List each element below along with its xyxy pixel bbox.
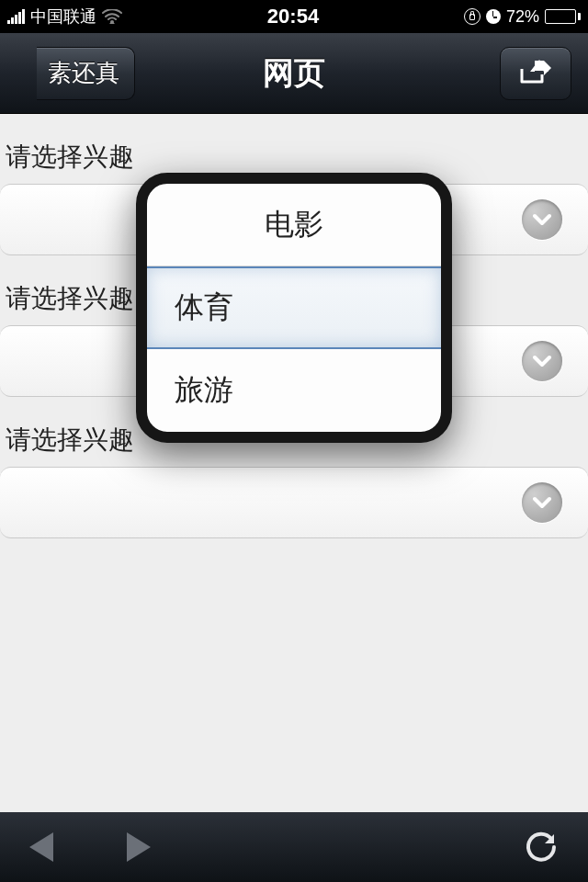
nav-bar: 素还真 网页	[0, 33, 588, 114]
chevron-down-icon	[522, 199, 562, 240]
picker-popup[interactable]: 电影 体育 旅游	[136, 173, 452, 443]
interest-select-3[interactable]	[0, 467, 588, 538]
carrier-label: 中国联通	[30, 6, 96, 28]
svg-point-0	[110, 20, 114, 24]
battery-percent: 72%	[506, 7, 539, 27]
picker-option-1[interactable]: 体育	[147, 266, 441, 349]
picker-option-label: 电影	[265, 205, 323, 245]
status-bar: 中国联通 20:54 72%	[0, 0, 588, 33]
battery-icon	[545, 9, 581, 24]
nav-forward-icon[interactable]	[127, 832, 151, 862]
status-time: 20:54	[122, 5, 464, 28]
share-icon	[519, 58, 552, 89]
chevron-down-icon	[522, 341, 562, 381]
back-button[interactable]: 素还真	[37, 47, 135, 100]
chevron-down-icon	[522, 482, 562, 523]
alarm-icon	[486, 9, 501, 24]
bottom-toolbar	[0, 812, 588, 882]
picker-option-label: 旅游	[175, 370, 233, 411]
signal-icon	[7, 9, 25, 24]
reload-button[interactable]	[524, 830, 559, 865]
picker-option-label: 体育	[175, 288, 233, 328]
share-button[interactable]	[500, 47, 571, 100]
back-button-label: 素还真	[48, 57, 119, 89]
nav-back-icon[interactable]	[29, 832, 53, 862]
reload-icon	[524, 830, 559, 865]
wifi-icon	[102, 9, 122, 24]
picker-option-0[interactable]: 电影	[147, 184, 441, 266]
orientation-lock-icon	[464, 8, 481, 25]
picker-option-2[interactable]: 旅游	[147, 349, 441, 432]
